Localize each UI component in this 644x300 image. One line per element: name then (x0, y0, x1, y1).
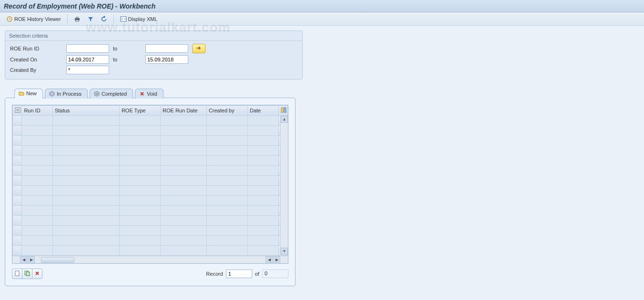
tab-new[interactable]: New (14, 89, 43, 99)
table-row[interactable] (13, 166, 288, 176)
table-cell[interactable] (161, 206, 207, 216)
table-cell[interactable] (206, 246, 247, 256)
col-roe-type[interactable]: ROE Type (119, 106, 160, 116)
table-cell[interactable] (206, 146, 247, 156)
table-cell[interactable] (161, 146, 207, 156)
created-on-from-input[interactable] (66, 55, 109, 64)
scroll-right-button[interactable]: ▶ (28, 256, 35, 263)
table-cell[interactable] (22, 186, 53, 196)
table-cell[interactable] (247, 136, 278, 146)
table-row[interactable] (13, 176, 288, 186)
col-created-by[interactable]: Created by (206, 106, 247, 116)
record-number-input[interactable] (226, 270, 252, 278)
table-cell[interactable] (161, 176, 207, 186)
scroll-left-button[interactable]: ◀ (20, 256, 27, 263)
row-selector[interactable] (13, 176, 22, 186)
table-cell[interactable] (206, 136, 247, 146)
table-cell[interactable] (22, 116, 53, 126)
table-cell[interactable] (206, 156, 247, 166)
table-cell[interactable] (161, 246, 207, 256)
table-cell[interactable] (247, 156, 278, 166)
scroll-down-button[interactable]: ▼ (281, 248, 288, 255)
results-table[interactable]: Run ID Status ROE Type ROE Run Date Crea… (12, 105, 288, 256)
table-cell[interactable] (206, 236, 247, 246)
row-selector[interactable] (13, 126, 22, 136)
table-cell[interactable] (22, 136, 53, 146)
table-cell[interactable] (161, 166, 207, 176)
table-cell[interactable] (161, 226, 207, 236)
table-cell[interactable] (247, 246, 278, 256)
table-cell[interactable] (119, 116, 160, 126)
table-cell[interactable] (52, 186, 119, 196)
table-cell[interactable] (161, 196, 207, 206)
table-cell[interactable] (119, 246, 160, 256)
table-cell[interactable] (52, 166, 119, 176)
table-cell[interactable] (161, 116, 207, 126)
row-selector[interactable] (13, 166, 22, 176)
table-cell[interactable] (206, 116, 247, 126)
tab-in-process[interactable]: In Process (45, 89, 88, 99)
table-cell[interactable] (161, 216, 207, 226)
run-id-from-input[interactable] (66, 44, 109, 53)
created-by-input[interactable] (66, 66, 109, 74)
table-cell[interactable] (206, 196, 247, 206)
table-cell[interactable] (52, 156, 119, 166)
select-all-header[interactable] (13, 106, 22, 116)
table-cell[interactable] (161, 136, 207, 146)
table-cell[interactable] (52, 246, 119, 256)
table-cell[interactable] (206, 216, 247, 226)
table-cell[interactable] (52, 146, 119, 156)
table-cell[interactable] (247, 236, 278, 246)
scroll-up-button[interactable]: ▲ (281, 116, 288, 123)
table-cell[interactable] (119, 126, 160, 136)
multiple-selection-button[interactable] (192, 44, 205, 53)
table-cell[interactable] (206, 226, 247, 236)
table-row[interactable] (13, 206, 288, 216)
table-row[interactable] (13, 146, 288, 156)
table-cell[interactable] (206, 166, 247, 176)
table-row[interactable] (13, 196, 288, 206)
table-cell[interactable] (119, 186, 160, 196)
table-cell[interactable] (52, 226, 119, 236)
table-cell[interactable] (247, 206, 278, 216)
table-cell[interactable] (22, 166, 53, 176)
table-cell[interactable] (52, 216, 119, 226)
tab-void[interactable]: Void (135, 89, 163, 99)
table-cell[interactable] (247, 146, 278, 156)
table-cell[interactable] (22, 146, 53, 156)
scroll-thumb[interactable] (41, 257, 74, 263)
tab-completed[interactable]: Completed (90, 89, 133, 99)
table-row[interactable] (13, 126, 288, 136)
print-button[interactable] (72, 14, 83, 24)
table-row[interactable] (13, 116, 288, 126)
table-cell[interactable] (161, 186, 207, 196)
table-cell[interactable] (119, 136, 160, 146)
table-cell[interactable] (206, 126, 247, 136)
row-selector[interactable] (13, 146, 22, 156)
table-cell[interactable] (119, 206, 160, 216)
table-cell[interactable] (119, 176, 160, 186)
filter-button[interactable] (85, 14, 96, 24)
roe-history-viewer-button[interactable]: ROE History Viewer (4, 14, 63, 24)
table-cell[interactable] (22, 196, 53, 206)
table-cell[interactable] (119, 156, 160, 166)
table-row[interactable] (13, 136, 288, 146)
table-cell[interactable] (161, 236, 207, 246)
row-selector[interactable] (13, 216, 22, 226)
table-cell[interactable] (161, 126, 207, 136)
table-cell[interactable] (119, 236, 160, 246)
table-cell[interactable] (22, 126, 53, 136)
row-selector[interactable] (13, 226, 22, 236)
table-cell[interactable] (22, 226, 53, 236)
table-cell[interactable] (119, 166, 160, 176)
scroll-left-end-button[interactable]: ◀ (266, 256, 273, 263)
table-cell[interactable] (22, 156, 53, 166)
table-row[interactable] (13, 236, 288, 246)
table-row[interactable] (13, 246, 288, 256)
col-run-id[interactable]: Run ID (22, 106, 53, 116)
row-selector[interactable] (13, 116, 22, 126)
table-cell[interactable] (119, 146, 160, 156)
table-cell[interactable] (161, 156, 207, 166)
table-cell[interactable] (22, 246, 53, 256)
run-id-to-input[interactable] (145, 44, 188, 53)
